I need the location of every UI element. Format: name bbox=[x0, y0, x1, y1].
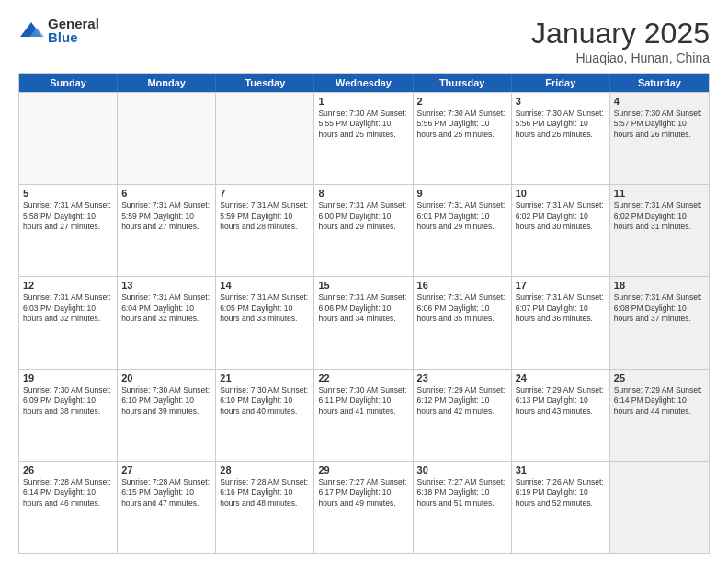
day-info: Sunrise: 7:27 AM Sunset: 6:17 PM Dayligh… bbox=[318, 477, 408, 509]
calendar-day-24: 24Sunrise: 7:29 AM Sunset: 6:13 PM Dayli… bbox=[512, 370, 610, 461]
day-number: 9 bbox=[417, 188, 507, 199]
calendar-day-empty bbox=[216, 93, 314, 184]
calendar-day-25: 25Sunrise: 7:29 AM Sunset: 6:14 PM Dayli… bbox=[610, 370, 709, 461]
day-info: Sunrise: 7:31 AM Sunset: 6:06 PM Dayligh… bbox=[417, 293, 507, 324]
calendar-day-10: 10Sunrise: 7:31 AM Sunset: 6:02 PM Dayli… bbox=[512, 185, 610, 276]
day-number: 7 bbox=[220, 188, 310, 199]
day-info: Sunrise: 7:30 AM Sunset: 5:56 PM Dayligh… bbox=[516, 109, 606, 140]
day-number: 19 bbox=[23, 373, 113, 384]
header: General Blue January 2025 Huaqiao, Hunan… bbox=[18, 17, 710, 65]
day-info: Sunrise: 7:29 AM Sunset: 6:13 PM Dayligh… bbox=[516, 385, 606, 417]
calendar-week-3: 12Sunrise: 7:31 AM Sunset: 6:03 PM Dayli… bbox=[19, 276, 709, 368]
calendar-week-2: 5Sunrise: 7:31 AM Sunset: 5:58 PM Daylig… bbox=[19, 184, 709, 276]
header-day-thursday: Thursday bbox=[414, 74, 512, 92]
day-info: Sunrise: 7:31 AM Sunset: 6:06 PM Dayligh… bbox=[318, 293, 408, 324]
day-number: 29 bbox=[318, 465, 408, 476]
logo-icon bbox=[18, 20, 44, 40]
day-info: Sunrise: 7:31 AM Sunset: 5:58 PM Dayligh… bbox=[23, 201, 113, 232]
calendar-day-12: 12Sunrise: 7:31 AM Sunset: 6:03 PM Dayli… bbox=[19, 277, 118, 368]
day-number: 20 bbox=[121, 373, 211, 384]
day-number: 11 bbox=[614, 188, 705, 199]
day-number: 12 bbox=[23, 280, 113, 291]
calendar: SundayMondayTuesdayWednesdayThursdayFrid… bbox=[18, 73, 710, 554]
calendar-day-empty bbox=[118, 93, 216, 184]
day-info: Sunrise: 7:31 AM Sunset: 5:59 PM Dayligh… bbox=[220, 201, 310, 232]
calendar-day-13: 13Sunrise: 7:31 AM Sunset: 6:04 PM Dayli… bbox=[118, 277, 216, 368]
day-number: 27 bbox=[121, 465, 211, 476]
day-info: Sunrise: 7:31 AM Sunset: 6:04 PM Dayligh… bbox=[121, 293, 211, 324]
calendar-day-11: 11Sunrise: 7:31 AM Sunset: 6:02 PM Dayli… bbox=[610, 185, 709, 276]
calendar-day-9: 9Sunrise: 7:31 AM Sunset: 6:01 PM Daylig… bbox=[414, 185, 512, 276]
day-number: 26 bbox=[23, 465, 113, 476]
day-info: Sunrise: 7:31 AM Sunset: 6:02 PM Dayligh… bbox=[614, 201, 705, 232]
calendar-day-22: 22Sunrise: 7:30 AM Sunset: 6:11 PM Dayli… bbox=[314, 370, 413, 461]
logo-blue: Blue bbox=[48, 30, 99, 44]
day-info: Sunrise: 7:28 AM Sunset: 6:14 PM Dayligh… bbox=[23, 477, 113, 509]
day-number: 23 bbox=[417, 373, 507, 384]
day-info: Sunrise: 7:31 AM Sunset: 5:59 PM Dayligh… bbox=[121, 201, 211, 232]
day-number: 17 bbox=[516, 280, 606, 291]
day-number: 18 bbox=[614, 280, 705, 291]
calendar-day-4: 4Sunrise: 7:30 AM Sunset: 5:57 PM Daylig… bbox=[610, 93, 709, 184]
day-info: Sunrise: 7:31 AM Sunset: 6:08 PM Dayligh… bbox=[614, 293, 705, 324]
logo: General Blue bbox=[18, 17, 99, 44]
logo-text: General Blue bbox=[48, 17, 99, 44]
day-info: Sunrise: 7:30 AM Sunset: 5:55 PM Dayligh… bbox=[318, 109, 408, 140]
day-info: Sunrise: 7:29 AM Sunset: 6:14 PM Dayligh… bbox=[614, 385, 705, 417]
day-number: 16 bbox=[417, 280, 507, 291]
header-day-tuesday: Tuesday bbox=[216, 74, 314, 92]
day-info: Sunrise: 7:31 AM Sunset: 6:05 PM Dayligh… bbox=[220, 293, 310, 324]
day-number: 2 bbox=[417, 96, 507, 107]
day-number: 22 bbox=[318, 373, 408, 384]
calendar-week-5: 26Sunrise: 7:28 AM Sunset: 6:14 PM Dayli… bbox=[19, 461, 709, 553]
day-number: 15 bbox=[318, 280, 408, 291]
calendar-day-23: 23Sunrise: 7:29 AM Sunset: 6:12 PM Dayli… bbox=[414, 370, 512, 461]
day-number: 21 bbox=[220, 373, 310, 384]
calendar-subtitle: Huaqiao, Hunan, China bbox=[531, 51, 710, 65]
day-info: Sunrise: 7:26 AM Sunset: 6:19 PM Dayligh… bbox=[516, 477, 606, 509]
calendar-day-21: 21Sunrise: 7:30 AM Sunset: 6:10 PM Dayli… bbox=[216, 370, 314, 461]
calendar-day-2: 2Sunrise: 7:30 AM Sunset: 5:56 PM Daylig… bbox=[414, 93, 512, 184]
calendar-body: 1Sunrise: 7:30 AM Sunset: 5:55 PM Daylig… bbox=[19, 92, 709, 553]
calendar-day-28: 28Sunrise: 7:28 AM Sunset: 6:16 PM Dayli… bbox=[216, 462, 314, 553]
calendar-day-29: 29Sunrise: 7:27 AM Sunset: 6:17 PM Dayli… bbox=[314, 462, 413, 553]
day-number: 24 bbox=[516, 373, 606, 384]
calendar-day-1: 1Sunrise: 7:30 AM Sunset: 5:55 PM Daylig… bbox=[314, 93, 413, 184]
logo-general: General bbox=[48, 17, 99, 30]
title-block: January 2025 Huaqiao, Hunan, China bbox=[531, 17, 710, 65]
day-info: Sunrise: 7:30 AM Sunset: 6:10 PM Dayligh… bbox=[220, 385, 310, 417]
day-number: 8 bbox=[318, 188, 408, 199]
calendar-day-16: 16Sunrise: 7:31 AM Sunset: 6:06 PM Dayli… bbox=[414, 277, 512, 368]
day-number: 1 bbox=[318, 96, 408, 107]
day-info: Sunrise: 7:31 AM Sunset: 6:02 PM Dayligh… bbox=[516, 201, 606, 232]
day-info: Sunrise: 7:28 AM Sunset: 6:15 PM Dayligh… bbox=[121, 477, 211, 509]
day-info: Sunrise: 7:31 AM Sunset: 6:07 PM Dayligh… bbox=[516, 293, 606, 324]
day-info: Sunrise: 7:30 AM Sunset: 6:09 PM Dayligh… bbox=[23, 385, 113, 417]
calendar-week-4: 19Sunrise: 7:30 AM Sunset: 6:09 PM Dayli… bbox=[19, 369, 709, 461]
day-info: Sunrise: 7:30 AM Sunset: 6:10 PM Dayligh… bbox=[121, 385, 211, 417]
day-number: 4 bbox=[614, 96, 705, 107]
calendar-day-8: 8Sunrise: 7:31 AM Sunset: 6:00 PM Daylig… bbox=[314, 185, 413, 276]
day-number: 28 bbox=[220, 465, 310, 476]
day-info: Sunrise: 7:28 AM Sunset: 6:16 PM Dayligh… bbox=[220, 477, 310, 509]
calendar-day-5: 5Sunrise: 7:31 AM Sunset: 5:58 PM Daylig… bbox=[19, 185, 118, 276]
calendar-day-31: 31Sunrise: 7:26 AM Sunset: 6:19 PM Dayli… bbox=[512, 462, 610, 553]
calendar-day-15: 15Sunrise: 7:31 AM Sunset: 6:06 PM Dayli… bbox=[314, 277, 413, 368]
calendar-day-26: 26Sunrise: 7:28 AM Sunset: 6:14 PM Dayli… bbox=[19, 462, 118, 553]
day-number: 14 bbox=[220, 280, 310, 291]
day-number: 13 bbox=[121, 280, 211, 291]
day-info: Sunrise: 7:29 AM Sunset: 6:12 PM Dayligh… bbox=[417, 385, 507, 417]
header-day-sunday: Sunday bbox=[19, 74, 118, 92]
calendar-day-17: 17Sunrise: 7:31 AM Sunset: 6:07 PM Dayli… bbox=[512, 277, 610, 368]
header-day-monday: Monday bbox=[118, 74, 216, 92]
header-day-friday: Friday bbox=[512, 74, 610, 92]
calendar-day-27: 27Sunrise: 7:28 AM Sunset: 6:15 PM Dayli… bbox=[118, 462, 216, 553]
calendar-day-3: 3Sunrise: 7:30 AM Sunset: 5:56 PM Daylig… bbox=[512, 93, 610, 184]
day-number: 3 bbox=[516, 96, 606, 107]
day-number: 31 bbox=[516, 465, 606, 476]
day-info: Sunrise: 7:31 AM Sunset: 6:01 PM Dayligh… bbox=[417, 201, 507, 232]
page: General Blue January 2025 Huaqiao, Hunan… bbox=[0, 0, 728, 563]
calendar-title: January 2025 bbox=[531, 17, 710, 51]
calendar-day-14: 14Sunrise: 7:31 AM Sunset: 6:05 PM Dayli… bbox=[216, 277, 314, 368]
calendar-header-row: SundayMondayTuesdayWednesdayThursdayFrid… bbox=[19, 74, 709, 92]
